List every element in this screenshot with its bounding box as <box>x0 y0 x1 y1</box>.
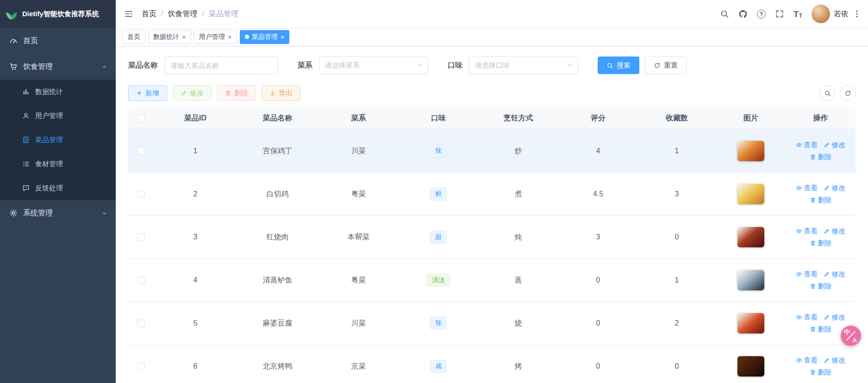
search-button-label: 搜索 <box>617 61 631 70</box>
cell-cook-method: 煮 <box>478 173 559 215</box>
avatar[interactable] <box>812 5 830 23</box>
edit-link[interactable]: 修改 <box>824 356 846 365</box>
breadcrumb-home[interactable]: 首页 <box>142 9 156 19</box>
cuisine-select[interactable]: 请选择菜系 <box>319 57 428 74</box>
sidebar-item-data-stats[interactable]: 数据统计 <box>0 80 116 104</box>
dish-photo[interactable] <box>737 356 764 377</box>
delete-link[interactable]: 删除 <box>810 239 832 248</box>
toggle-search-button[interactable] <box>819 85 835 101</box>
dish-photo[interactable] <box>737 184 764 204</box>
view-link-label: 查看 <box>804 313 818 322</box>
edit-link[interactable]: 修改 <box>824 184 846 193</box>
row-checkbox[interactable] <box>137 320 145 327</box>
view-link-label: 查看 <box>804 227 818 236</box>
dish-name-input[interactable] <box>164 57 278 74</box>
sidebar-item-dish-management[interactable]: 菜品管理 <box>0 128 116 152</box>
dish-photo[interactable] <box>737 313 764 333</box>
cell-taste: 清淡 <box>399 259 478 301</box>
tab-user-management[interactable]: 用户管理 × <box>194 30 237 44</box>
breadcrumb-section[interactable]: 饮食管理 <box>168 9 197 19</box>
trash-icon <box>810 283 816 289</box>
delete-link-label: 删除 <box>818 368 832 377</box>
delete-link[interactable]: 删除 <box>810 368 832 377</box>
sidebar-item-diet-management[interactable]: 饮食管理 <box>0 54 116 80</box>
cell-cook-method: 烧 <box>478 302 559 345</box>
row-checkbox[interactable] <box>137 363 145 370</box>
view-link[interactable]: 查看 <box>796 313 818 322</box>
tab-label: 数据统计 <box>153 33 179 41</box>
row-checkbox[interactable] <box>137 190 145 198</box>
user-more-button[interactable] <box>852 9 862 19</box>
view-link[interactable]: 查看 <box>796 141 818 150</box>
delete-link[interactable]: 删除 <box>810 325 832 334</box>
search-button[interactable]: 搜索 <box>598 57 639 74</box>
tab-data-stats[interactable]: 数据统计 × <box>148 30 191 44</box>
user-menu[interactable]: 若依 <box>812 5 862 23</box>
tab-close-icon[interactable]: × <box>281 33 285 40</box>
view-link[interactable]: 查看 <box>796 227 818 236</box>
table-row[interactable]: 3 红烧肉 本帮菜 甜 炖 3 0 查看 修改 <box>128 216 856 259</box>
view-link[interactable]: 查看 <box>796 184 818 193</box>
navbar-actions: 若依 <box>720 5 868 23</box>
reset-button[interactable]: 重置 <box>645 57 687 74</box>
cell-dish-name: 麻婆豆腐 <box>237 302 318 345</box>
sidebar-item-system-management[interactable]: 系统管理 <box>0 200 116 226</box>
sidebar-item-ingredient-management[interactable]: 食材管理 <box>0 152 116 176</box>
github-button[interactable] <box>738 9 748 19</box>
edit-link-label: 修改 <box>832 356 846 365</box>
edit-link[interactable]: 修改 <box>824 270 846 279</box>
table-row[interactable]: 4 清蒸鲈鱼 粤菜 清淡 蒸 0 1 查看 修改 <box>128 259 856 302</box>
edit-link[interactable]: 修改 <box>824 313 846 322</box>
delete-link[interactable]: 删除 <box>810 196 832 205</box>
view-link[interactable]: 查看 <box>796 270 818 279</box>
app-logo[interactable]: Dietify智能饮食推荐系统 <box>0 0 116 28</box>
tab-home[interactable]: 首页 <box>122 30 145 44</box>
font-size-button[interactable] <box>793 10 802 19</box>
dish-photo[interactable] <box>737 227 764 247</box>
delete-link[interactable]: 删除 <box>810 282 832 291</box>
delete-button[interactable]: 删除 <box>217 85 256 101</box>
fullscreen-button[interactable] <box>775 9 784 19</box>
sidebar-item-user-management[interactable]: 用户管理 <box>0 104 116 128</box>
language-toggle-button[interactable]: 中 A <box>841 326 861 346</box>
refresh-table-button[interactable] <box>840 85 856 101</box>
row-checkbox[interactable] <box>137 276 145 284</box>
search-icon <box>720 9 729 19</box>
download-icon <box>269 90 276 96</box>
delete-link[interactable]: 删除 <box>810 153 832 162</box>
row-checkbox[interactable] <box>137 147 145 155</box>
view-link[interactable]: 查看 <box>796 356 818 365</box>
sidebar-item-feedback[interactable]: 反馈处理 <box>0 176 116 200</box>
cell-favorites: 3 <box>637 173 716 215</box>
sidebar-item-home[interactable]: 首页 <box>0 28 116 54</box>
cart-icon <box>9 63 18 71</box>
tab-close-icon[interactable]: × <box>228 33 232 40</box>
dish-photo[interactable] <box>737 270 764 290</box>
taste-select[interactable]: 请选择口味 <box>469 57 578 74</box>
table-row[interactable]: 6 北京烤鸭 京菜 咸 烤 0 0 查看 修改 <box>128 345 856 383</box>
edit-button[interactable]: 修改 <box>173 85 212 101</box>
tab-close-icon[interactable]: × <box>182 33 186 40</box>
username: 若依 <box>834 9 849 19</box>
header-search-button[interactable] <box>720 9 729 19</box>
sidebar-toggle-button[interactable] <box>116 0 142 28</box>
pencil-icon <box>824 185 830 191</box>
sidebar-item-label: 菜品管理 <box>35 136 63 144</box>
taste-tag: 咸 <box>430 360 447 373</box>
dish-photo[interactable] <box>737 141 764 161</box>
table-row[interactable]: 1 宫保鸡丁 川菜 辣 炒 4 1 查看 修改 <box>128 130 856 173</box>
tab-dish-management[interactable]: 菜品管理 × <box>240 30 290 44</box>
select-all-checkbox[interactable] <box>137 115 145 122</box>
row-checkbox[interactable] <box>137 233 145 241</box>
help-button[interactable] <box>757 10 766 19</box>
column-header-favorites: 收藏数 <box>637 107 716 129</box>
export-button[interactable]: 导出 <box>262 85 300 101</box>
table-row[interactable]: 5 麻婆豆腐 川菜 辣 烧 0 2 查看 修改 <box>128 302 856 345</box>
add-button[interactable]: 新增 <box>128 85 167 101</box>
cell-rating: 0 <box>559 259 637 301</box>
edit-link[interactable]: 修改 <box>824 141 846 150</box>
table-row[interactable]: 2 白切鸡 粤菜 鲜 煮 4.5 3 查看 修改 <box>128 173 856 216</box>
edit-link[interactable]: 修改 <box>824 227 846 236</box>
toolbar-buttons: 新增 修改 删除 导出 <box>128 85 300 101</box>
language-en-label: A <box>853 337 857 344</box>
